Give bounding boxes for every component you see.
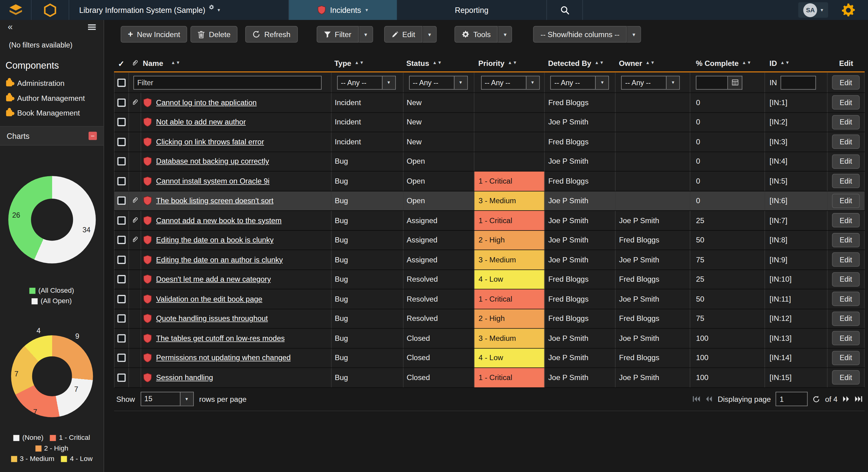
type-filter-select[interactable]: -- Any --▾ xyxy=(337,75,396,89)
row-checkbox[interactable] xyxy=(118,256,126,264)
row-edit-button[interactable]: Edit xyxy=(832,370,860,385)
column-header-priority[interactable]: Priority▲▼ xyxy=(474,56,545,71)
incident-name-link[interactable]: Not able to add new author xyxy=(156,118,246,126)
incident-name-link[interactable]: Editing the date on a book is clunky xyxy=(156,236,274,244)
incident-name-link[interactable]: The book listing screen doesn't sort xyxy=(156,196,274,205)
edit-menu-chevron[interactable]: ▾ xyxy=(423,26,437,42)
row-edit-button[interactable]: Edit xyxy=(832,134,860,149)
refresh-button[interactable]: Refresh xyxy=(246,26,298,42)
collapse-sidebar-button[interactable]: « xyxy=(8,23,12,32)
incidents-open-closed-chart[interactable]: 3426 xyxy=(8,176,96,263)
sort-icons[interactable]: ▲▼ xyxy=(433,60,442,65)
show-hide-columns-chevron[interactable]: ▾ xyxy=(627,26,641,42)
incident-name-link[interactable]: Validation on the edit book page xyxy=(156,295,262,303)
owner-filter-select[interactable]: -- Any --▾ xyxy=(621,75,680,89)
row-checkbox[interactable] xyxy=(118,177,126,185)
row-checkbox[interactable] xyxy=(118,137,126,146)
row-checkbox[interactable] xyxy=(118,236,126,244)
id-filter-input[interactable] xyxy=(780,75,816,89)
column-header-name[interactable]: Name▲▼ xyxy=(141,56,331,71)
tools-menu-chevron[interactable]: ▾ xyxy=(498,26,512,42)
filter-row-checkbox[interactable] xyxy=(118,78,126,87)
sort-icons[interactable]: ▲▼ xyxy=(645,60,655,65)
row-checkbox[interactable] xyxy=(118,98,126,107)
row-checkbox[interactable] xyxy=(118,314,126,323)
incident-name-link[interactable]: Cannot add a new book to the system xyxy=(156,216,281,224)
incident-name-link[interactable]: Quote handling issues throughout xyxy=(156,314,268,323)
sidebar-item-author-management[interactable]: Author Management xyxy=(0,91,104,106)
incident-name-link[interactable]: Doesn't let me add a new category xyxy=(156,275,271,284)
collapse-charts-button[interactable]: − xyxy=(89,132,97,140)
page-number-input[interactable] xyxy=(776,392,808,406)
incident-name-link[interactable]: Editing the date on an author is clunky xyxy=(156,256,283,264)
row-checkbox[interactable] xyxy=(118,196,126,205)
row-checkbox[interactable] xyxy=(118,118,126,126)
row-checkbox[interactable] xyxy=(118,334,126,342)
sort-icons[interactable]: ▲▼ xyxy=(354,60,364,65)
priority-filter-select[interactable]: -- Any --▾ xyxy=(481,75,539,89)
menu-icon[interactable] xyxy=(88,27,96,28)
row-edit-button[interactable]: Edit xyxy=(832,213,860,228)
status-filter-select[interactable]: -- Any --▾ xyxy=(409,75,468,89)
next-page-button[interactable] xyxy=(842,396,849,402)
incidents-priority-chart[interactable]: 97774 xyxy=(11,335,93,417)
row-edit-button[interactable]: Edit xyxy=(832,233,860,247)
row-edit-button[interactable]: Edit xyxy=(832,193,860,208)
filter-edit-button[interactable]: Edit xyxy=(832,75,860,90)
row-checkbox[interactable] xyxy=(118,295,126,303)
select-all-icon[interactable]: ✓ xyxy=(118,59,124,68)
admin-settings-button[interactable] xyxy=(828,0,868,20)
row-edit-button[interactable]: Edit xyxy=(832,154,860,168)
row-edit-button[interactable]: Edit xyxy=(832,174,860,188)
row-edit-button[interactable]: Edit xyxy=(832,311,860,326)
number-range-button[interactable] xyxy=(728,75,743,89)
percent-filter-input[interactable] xyxy=(696,75,728,89)
row-edit-button[interactable]: Edit xyxy=(832,95,860,110)
incident-name-link[interactable]: Session handling xyxy=(156,373,213,382)
incident-name-link[interactable]: Clicking on link throws fatal error xyxy=(156,137,264,146)
row-checkbox[interactable] xyxy=(118,157,126,165)
app-logo[interactable] xyxy=(0,0,31,20)
incident-name-link[interactable]: Permissions not updating when changed xyxy=(156,354,291,362)
column-header-status[interactable]: Status▲▼ xyxy=(403,56,474,71)
project-selector[interactable]: Library Information System (Sample) ▾ xyxy=(69,0,288,20)
row-edit-button[interactable]: Edit xyxy=(832,351,860,365)
name-filter-input[interactable] xyxy=(133,75,322,89)
tab-reporting[interactable]: Reporting xyxy=(397,0,546,20)
previous-page-button[interactable] xyxy=(706,396,713,402)
sidebar-item-administration[interactable]: Administration xyxy=(0,76,104,91)
rows-per-page-select[interactable]: 15▾ xyxy=(141,392,193,406)
sort-icons[interactable]: ▲▼ xyxy=(171,60,181,65)
column-header-detected-by[interactable]: Detected By▲▼ xyxy=(545,56,616,71)
tools-button[interactable]: Tools xyxy=(455,26,498,42)
row-checkbox[interactable] xyxy=(118,354,126,362)
edit-button[interactable]: Edit xyxy=(384,26,422,42)
row-checkbox[interactable] xyxy=(118,275,126,284)
new-incident-button[interactable]: + New Incident xyxy=(121,26,187,42)
last-page-button[interactable] xyxy=(855,396,863,402)
column-header-owner[interactable]: Owner▲▼ xyxy=(616,56,690,71)
filter-button[interactable]: Filter xyxy=(316,26,359,42)
show-hide-columns-select[interactable]: -- Show/hide columns -- xyxy=(533,26,627,42)
row-edit-button[interactable]: Edit xyxy=(832,331,860,345)
row-checkbox[interactable] xyxy=(118,373,126,382)
first-page-button[interactable] xyxy=(693,396,700,402)
row-checkbox[interactable] xyxy=(118,216,126,224)
sort-icons[interactable]: ▲▼ xyxy=(742,60,752,65)
incident-name-link[interactable]: Database not backing up correctly xyxy=(156,157,269,165)
column-header-type[interactable]: Type▲▼ xyxy=(331,56,403,71)
sort-icons[interactable]: ▲▼ xyxy=(780,60,790,65)
detected-by-filter-select[interactable]: -- Any --▾ xyxy=(550,75,609,89)
refresh-page-button[interactable] xyxy=(813,396,820,402)
search-button[interactable] xyxy=(547,0,583,20)
column-header-id[interactable]: ID▲▼ xyxy=(765,56,828,71)
row-edit-button[interactable]: Edit xyxy=(832,115,860,129)
row-edit-button[interactable]: Edit xyxy=(832,253,860,267)
row-edit-button[interactable]: Edit xyxy=(832,292,860,306)
sidebar-item-book-management[interactable]: Book Management xyxy=(0,106,104,121)
row-edit-button[interactable]: Edit xyxy=(832,272,860,287)
incident-name-link[interactable]: Cannot log into the application xyxy=(156,98,257,107)
product-logo[interactable] xyxy=(32,0,69,20)
incident-name-link[interactable]: The tables get cutoff on low-res modes xyxy=(156,334,285,342)
incident-name-link[interactable]: Cannot install system on Oracle 9i xyxy=(156,177,270,185)
